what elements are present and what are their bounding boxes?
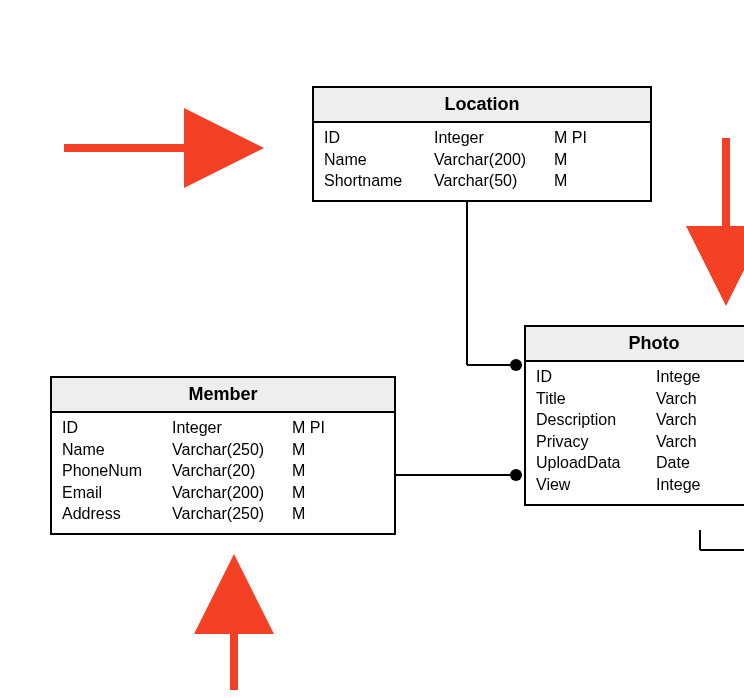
table-row: Name Varchar(200) M <box>324 149 640 171</box>
attr-type: Integer <box>434 127 554 149</box>
table-row: Description Varch <box>536 409 744 431</box>
entity-member-body: ID Integer M PI Name Varchar(250) M Phon… <box>52 413 394 533</box>
entity-photo-body: ID Intege Title Varch Description Varch … <box>526 362 744 504</box>
attr-type: Varchar(200) <box>434 149 554 171</box>
attr-name: Email <box>62 482 172 504</box>
entity-location-body: ID Integer M PI Name Varchar(200) M Shor… <box>314 123 650 200</box>
entity-member: Member ID Integer M PI Name Varchar(250)… <box>50 376 396 535</box>
table-row: Address Varchar(250) M <box>62 503 384 525</box>
table-row: Shortname Varchar(50) M <box>324 170 640 192</box>
attr-type: Varch <box>656 388 744 410</box>
entity-location: Location ID Integer M PI Name Varchar(20… <box>312 86 652 202</box>
attr-type: Intege <box>656 366 744 388</box>
attr-flags: M <box>292 503 337 525</box>
attr-flags: M <box>292 460 337 482</box>
attr-type: Varchar(200) <box>172 482 292 504</box>
attr-flags: M <box>292 439 337 461</box>
table-row: Title Varch <box>536 388 744 410</box>
attr-name: Privacy <box>536 431 656 453</box>
attr-flags: M <box>554 149 599 171</box>
attr-type: Intege <box>656 474 744 496</box>
attr-flags: M PI <box>292 417 337 439</box>
attr-name: ID <box>62 417 172 439</box>
attr-name: View <box>536 474 656 496</box>
svg-point-2 <box>510 359 522 371</box>
attr-type: Integer <box>172 417 292 439</box>
attr-name: PhoneNum <box>62 460 172 482</box>
entity-photo: Photo ID Intege Title Varch Description … <box>524 325 744 506</box>
attr-name: Shortname <box>324 170 434 192</box>
attr-name: Title <box>536 388 656 410</box>
table-row: ID Intege <box>536 366 744 388</box>
entity-photo-title: Photo <box>526 327 744 362</box>
attr-name: UploadData <box>536 452 656 474</box>
table-row: Email Varchar(200) M <box>62 482 384 504</box>
attr-type: Varchar(250) <box>172 439 292 461</box>
table-row: PhoneNum Varchar(20) M <box>62 460 384 482</box>
table-row: Privacy Varch <box>536 431 744 453</box>
table-row: Name Varchar(250) M <box>62 439 384 461</box>
attr-type: Varchar(50) <box>434 170 554 192</box>
attr-flags: M PI <box>554 127 599 149</box>
table-row: UploadData Date <box>536 452 744 474</box>
attr-type: Date <box>656 452 744 474</box>
attr-type: Varchar(20) <box>172 460 292 482</box>
attr-name: Address <box>62 503 172 525</box>
attr-type: Varch <box>656 431 744 453</box>
attr-flags: M <box>554 170 599 192</box>
entity-member-title: Member <box>52 378 394 413</box>
svg-point-4 <box>510 469 522 481</box>
attr-type: Varch <box>656 409 744 431</box>
table-row: View Intege <box>536 474 744 496</box>
attr-type: Varchar(250) <box>172 503 292 525</box>
attr-name: Description <box>536 409 656 431</box>
attr-name: Name <box>62 439 172 461</box>
table-row: ID Integer M PI <box>324 127 640 149</box>
attr-name: ID <box>324 127 434 149</box>
attr-name: Name <box>324 149 434 171</box>
entity-location-title: Location <box>314 88 650 123</box>
table-row: ID Integer M PI <box>62 417 384 439</box>
attr-name: ID <box>536 366 656 388</box>
attr-flags: M <box>292 482 337 504</box>
